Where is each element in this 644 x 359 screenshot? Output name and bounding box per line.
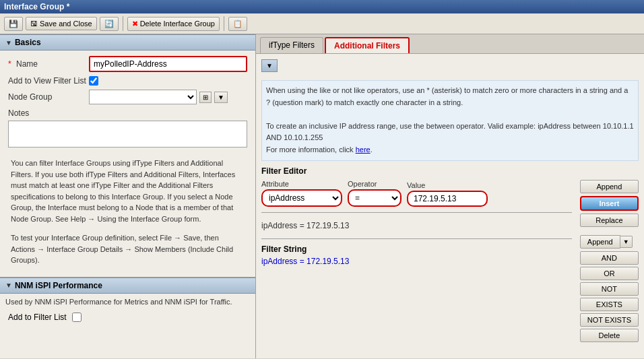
not-exists-btn[interactable]: NOT EXISTS: [580, 313, 639, 327]
separator2: [224, 16, 224, 31]
save-icon2: 🖫: [30, 20, 38, 28]
toolbar: 💾 🖫 Save and Close 🔄 ✖ Delete Interface …: [0, 13, 644, 34]
add-to-view-label: Add to View Filter List: [8, 76, 89, 86]
tab-iftype-filters[interactable]: ifType Filters: [260, 37, 323, 53]
filter-side-buttons: Append Insert Replace Append: [580, 180, 639, 342]
insert-btn[interactable]: Insert: [580, 196, 639, 211]
help-text3: For more information, click: [266, 145, 354, 154]
node-group-row: Node Group ⊞ ▼: [8, 90, 247, 104]
delete-label: Delete Interface Group: [140, 20, 215, 28]
separator1: [123, 16, 123, 31]
tab-content: ▼ When using the like or not like operat…: [256, 54, 644, 358]
nnm-header[interactable]: ▼ NNM iSPI Performance: [0, 278, 255, 294]
attribute-label: Attribute: [261, 180, 342, 188]
filter-editor-title: Filter Editor: [261, 166, 639, 176]
operator-col: Operator =: [348, 180, 401, 207]
filter-editor-section: Filter Editor Attribute ipAddress Ope: [261, 166, 639, 342]
separator-line1: [261, 212, 572, 213]
append-dropdown-btn[interactable]: Append: [580, 235, 620, 249]
nnm-label: NNM iSPI Performance: [15, 281, 102, 290]
node-group-clear-btn[interactable]: ▼: [214, 92, 228, 103]
value-label: Value: [407, 181, 488, 189]
filter-string-section: Filter String ipAddress = 172.19.5.13: [261, 244, 572, 266]
node-group-select[interactable]: [89, 90, 197, 104]
append-right-btn[interactable]: Append: [580, 180, 639, 193]
nnm-info-text: Used by NNM iSPI Performance for Metrics…: [0, 294, 255, 311]
dropdown-arrow-btn[interactable]: ▼: [261, 59, 278, 72]
add-to-view-row: Add to View Filter List: [8, 76, 247, 86]
or-btn[interactable]: OR: [580, 267, 639, 280]
operator-label: Operator: [348, 180, 401, 188]
notes-section: Notes: [8, 108, 247, 150]
nnm-triangle-icon: ▼: [5, 282, 12, 289]
name-input[interactable]: [89, 56, 247, 72]
basics-header[interactable]: ▼ Basics: [0, 34, 255, 51]
delete-icon: ✖: [132, 20, 138, 28]
filter-result-area: ipAddress = 172.19.5.13: [261, 218, 349, 233]
title-bar: Interface Group *: [0, 0, 644, 13]
append-dropdown-row: Append ▼: [580, 235, 639, 249]
info-text1: You can filter Interface Groups using if…: [8, 155, 247, 227]
filter-string-title: Filter String: [261, 244, 572, 254]
basics-content: * Name Add to View Filter List Node Grou…: [0, 51, 255, 274]
filter-string-value: ipAddress = 172.19.5.13: [261, 257, 572, 266]
nnm-section: ▼ NNM iSPI Performance Used by NNM iSPI …: [0, 277, 255, 325]
nnm-filter-row: Add to Filter List: [0, 310, 255, 325]
add-to-view-checkbox[interactable]: [89, 76, 98, 86]
export-btn[interactable]: 📋: [228, 17, 247, 31]
save-label: Save and Close: [40, 20, 92, 28]
delete-filter-btn[interactable]: Delete: [580, 329, 639, 342]
window-title: Interface Group *: [4, 2, 69, 11]
help-text2: To create an inclusive IP address range,…: [266, 122, 634, 142]
separator-line2: [261, 238, 572, 239]
filter-main: Attribute ipAddress Operator =: [261, 180, 572, 342]
name-row: * Name: [8, 56, 247, 72]
add-to-filter-checkbox[interactable]: [72, 313, 82, 322]
help-text1: When using the like or not like operator…: [266, 86, 628, 106]
append-logic-row: ipAddress = 172.19.5.13: [261, 218, 572, 233]
attribute-select[interactable]: ipAddress: [261, 189, 342, 207]
add-to-filter-label: Add to Filter List: [8, 313, 67, 322]
dropdown-arrow-icon: ▼: [266, 62, 273, 69]
value-input[interactable]: [407, 191, 488, 207]
replace-btn[interactable]: Replace: [580, 214, 639, 227]
tabs-row: ifType Filters Additional Filters: [256, 34, 644, 54]
notes-textarea[interactable]: [8, 121, 247, 148]
save-btn[interactable]: 🖫 Save and Close: [26, 17, 97, 30]
save-icon-btn[interactable]: 💾: [4, 17, 23, 31]
export-icon: 📋: [233, 20, 243, 28]
dropdown-row: ▼: [261, 59, 639, 76]
not-btn[interactable]: NOT: [580, 282, 639, 296]
attribute-col: Attribute ipAddress: [261, 180, 342, 207]
exists-btn[interactable]: EXISTS: [580, 298, 639, 311]
basics-label: Basics: [15, 38, 41, 47]
node-group-label: Node Group: [8, 92, 89, 102]
delete-btn[interactable]: ✖ Delete Interface Group: [127, 17, 220, 31]
right-panel: ifType Filters Additional Filters ▼ When…: [256, 34, 644, 358]
value-col: Value: [407, 181, 488, 207]
filter-result-text: ipAddress = 172.19.5.13: [261, 218, 349, 233]
refresh-btn[interactable]: 🔄: [100, 17, 119, 31]
filter-editor-layout: Attribute ipAddress Operator =: [261, 180, 639, 342]
node-group-lookup-btn[interactable]: ⊞: [199, 92, 212, 103]
name-label: * Name: [8, 59, 89, 69]
save-icon: 💾: [9, 20, 18, 28]
operator-select[interactable]: =: [348, 189, 401, 207]
notes-label: Notes: [8, 108, 247, 118]
and-btn[interactable]: AND: [580, 251, 639, 265]
here-link[interactable]: here: [356, 145, 371, 154]
filter-editor-grid: Attribute ipAddress Operator =: [261, 180, 572, 207]
info-text2: To test your Interface Group definition,…: [8, 230, 247, 269]
append-arrow-icon-btn[interactable]: ▼: [620, 236, 633, 248]
main-container: ▼ Basics * Name Add to View Filter List …: [0, 34, 644, 358]
tab-additional-filters[interactable]: Additional Filters: [325, 37, 410, 53]
refresh-icon: 🔄: [104, 20, 114, 28]
logic-buttons: AND OR NOT EXISTS: [580, 251, 639, 342]
left-panel: ▼ Basics * Name Add to View Filter List …: [0, 34, 256, 358]
logic-section: Append ▼ AND OR: [580, 235, 639, 342]
triangle-icon: ▼: [5, 39, 12, 46]
help-text-block: When using the like or not like operator…: [261, 80, 639, 161]
required-star: *: [8, 59, 11, 69]
